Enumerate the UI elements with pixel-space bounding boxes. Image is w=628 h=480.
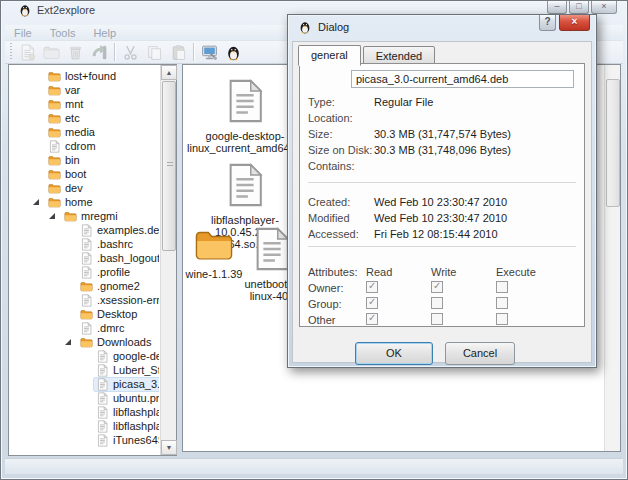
tree-item[interactable]: libflashpla... (10, 405, 159, 419)
tree-item[interactable]: media (10, 125, 159, 139)
tree-item[interactable]: var (10, 83, 159, 97)
tree-item-label: picasa_3.0-... (113, 378, 159, 390)
tree-item[interactable]: .bash_logout (10, 251, 159, 265)
menu-tools[interactable]: Tools (41, 26, 85, 40)
tree-item[interactable]: .gnome2 (10, 279, 159, 293)
properties-icon[interactable] (197, 42, 221, 63)
general-tab-page: Type:Regular FileLocation:Size:30.3 MB (… (299, 63, 585, 327)
dates-section: Created:Wed Feb 10 23:30:47 2010Modified… (308, 194, 576, 242)
tree-item[interactable]: dev (10, 181, 159, 195)
tree-item-label: media (65, 126, 95, 138)
cut-icon[interactable] (118, 42, 142, 63)
toolbar-separator (114, 43, 115, 61)
tree-item-label: cdrom (65, 140, 96, 152)
tree-item[interactable]: Desktop (10, 307, 159, 321)
maximize-button[interactable]: □ (569, 1, 589, 14)
tab-general[interactable]: general (298, 45, 361, 66)
tree-item[interactable]: .dmrc (10, 321, 159, 335)
tree-item[interactable]: bin (10, 153, 159, 167)
permission-checkbox[interactable] (431, 313, 443, 325)
window-title: Ext2explore (37, 4, 95, 16)
folder-icon (48, 196, 61, 209)
linux-icon[interactable] (221, 42, 245, 63)
dialog-help-button[interactable]: ? (539, 15, 556, 31)
file-item[interactable]: wine-1.1.39 (185, 225, 243, 280)
permission-checkbox[interactable] (431, 297, 443, 309)
permission-checkbox[interactable] (366, 313, 378, 325)
tree-item[interactable]: ubuntu.png (10, 391, 159, 405)
tree-item[interactable]: .xsession-errors (10, 293, 159, 307)
tree-item[interactable]: .profile (10, 265, 159, 279)
tree-item[interactable]: Downloads (10, 335, 159, 349)
menu-help[interactable]: Help (84, 26, 125, 40)
toolbar-grip[interactable] (10, 43, 12, 61)
tree-item[interactable]: mregmi (10, 209, 159, 223)
folder-tree-panel: lost+foundvarmntetcmediacdrombinbootdevh… (8, 64, 177, 456)
file-icon (80, 294, 93, 307)
copy-icon[interactable] (142, 42, 166, 63)
export-icon[interactable] (87, 42, 111, 63)
dialog-close-button[interactable]: × (559, 15, 590, 31)
paste-icon[interactable] (166, 42, 190, 63)
scroll-up-icon[interactable]: ▲ (161, 65, 177, 80)
file-icon (96, 350, 109, 363)
close-button[interactable]: × (591, 1, 617, 14)
dialog-title: Dialog (318, 21, 349, 33)
new-file-icon[interactable] (15, 42, 39, 63)
file-icon (80, 322, 93, 335)
tree-item[interactable]: iTunes64Se... (10, 433, 159, 447)
filename-field[interactable] (351, 70, 574, 88)
tree-item[interactable]: google-de... (10, 349, 159, 363)
field-label: Location: (308, 112, 374, 124)
ok-button[interactable]: OK (355, 342, 433, 365)
permission-checkbox[interactable] (496, 281, 508, 293)
tree-item-label: etc (65, 112, 80, 124)
attribute-column-header: Execute (496, 266, 561, 278)
field-label: Type: (308, 96, 374, 108)
tree-item-label: .gnome2 (97, 280, 140, 292)
tree-item[interactable]: Lubert_Str... (10, 363, 159, 377)
tree-item[interactable]: lost+found (10, 69, 159, 83)
permission-checkbox[interactable] (431, 281, 443, 293)
folder-icon (48, 70, 61, 83)
delete-icon[interactable] (63, 42, 87, 63)
file-scrollbar-thumb[interactable] (606, 79, 620, 207)
expand-arrow-icon[interactable] (65, 339, 71, 345)
tree-item-label: dev (65, 182, 83, 194)
open-folder-icon[interactable] (39, 42, 63, 63)
tree-item-label: bin (65, 154, 80, 166)
file-list-scrollbar[interactable] (604, 65, 620, 451)
tree-item[interactable]: mnt (10, 97, 159, 111)
file-icon (222, 159, 268, 211)
scroll-down-icon[interactable]: ▼ (161, 440, 177, 455)
tree-scrollbar-thumb[interactable] (162, 81, 176, 251)
field-value: 30.3 MB (31,747,574 Bytes) (374, 128, 511, 140)
tree-item[interactable]: picasa_3.0-... (10, 377, 159, 391)
cancel-button[interactable]: Cancel (445, 342, 515, 365)
tree-item[interactable]: home (10, 195, 159, 209)
tree-scrollbar[interactable]: ▲ ▼ (160, 65, 176, 455)
tree-item[interactable]: boot (10, 167, 159, 181)
expand-arrow-icon[interactable] (49, 213, 55, 219)
dialog-titlebar[interactable]: Dialog ? × (288, 15, 596, 41)
permission-checkbox[interactable] (366, 281, 378, 293)
tree-item-label: Downloads (97, 336, 151, 348)
permission-checkbox[interactable] (496, 313, 508, 325)
tree-item[interactable]: cdrom (10, 139, 159, 153)
tree-item[interactable]: .bashrc (10, 237, 159, 251)
menu-file[interactable]: File (5, 26, 41, 40)
folder-icon (48, 154, 61, 167)
tree-item[interactable]: libflashpla... (10, 419, 159, 433)
attribute-row-label: Group: (308, 298, 366, 310)
field-label: Accessed: (308, 228, 374, 240)
tree-item[interactable]: etc (10, 111, 159, 125)
permission-checkbox[interactable] (366, 297, 378, 309)
tree-item[interactable]: examples.desk... (10, 223, 159, 237)
minimize-button[interactable]: – (547, 1, 567, 14)
file-item[interactable]: google-desktop- linux_current_amd64.deb (187, 75, 303, 154)
expand-arrow-icon[interactable] (33, 199, 39, 205)
field-label: Size: (308, 128, 374, 140)
tree-item-label: google-de... (113, 350, 159, 362)
permission-checkbox[interactable] (496, 297, 508, 309)
tree-item-label: ubuntu.png (113, 392, 159, 404)
